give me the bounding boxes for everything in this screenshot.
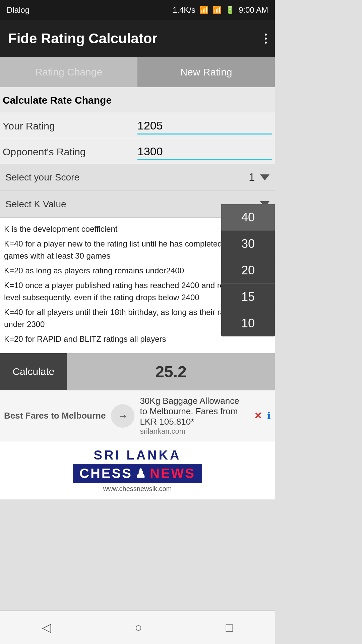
k-option-30[interactable]: 30 xyxy=(221,231,275,257)
nav-recent-button[interactable]: □ xyxy=(226,621,233,635)
ad-info-button[interactable]: ℹ xyxy=(267,410,271,421)
ad-text: 30Kg Baggage Allowance to Melbourne. Far… xyxy=(140,396,249,436)
tab-new-rating[interactable]: New Rating xyxy=(137,57,275,87)
opponent-rating-input-wrap xyxy=(137,145,272,160)
chess-news-title: SRI LANKA xyxy=(94,448,181,463)
time: 9:00 AM xyxy=(239,5,268,15)
score-select[interactable]: 1 xyxy=(249,171,269,183)
wifi-icon: 📶 xyxy=(199,6,208,14)
ad-title: Best Fares to Melbourne xyxy=(4,411,106,421)
your-rating-input-wrap xyxy=(137,119,272,135)
calculate-bar: Calculate 25.2 xyxy=(0,353,275,390)
chess-news-banner: SRI LANKA CHESS ♟ NEWS www.chessnewslk.c… xyxy=(0,441,275,499)
k-option-15[interactable]: 15 xyxy=(221,284,275,310)
k-dropdown-popup[interactable]: 40 30 20 15 10 xyxy=(221,204,275,336)
app-header: Fide Rating Calculator xyxy=(0,20,275,57)
k-option-40[interactable]: 40 xyxy=(221,204,275,231)
main-content: Calculate Rate Change Your Rating Oppone… xyxy=(0,87,275,499)
ad-source: srilankan.com xyxy=(140,427,249,436)
nav-back-button[interactable]: ◁ xyxy=(42,621,51,635)
score-value: 1 xyxy=(249,171,255,183)
tab-bar: Rating Change New Rating xyxy=(0,57,275,87)
app-name-status: Dialog xyxy=(7,5,29,15)
chess-king-icon: ♟ xyxy=(135,467,147,481)
opponent-rating-input[interactable] xyxy=(137,145,272,160)
chess-news-subtitle: CHESS ♟ NEWS xyxy=(73,464,202,483)
ad-arrow-icon[interactable]: → xyxy=(111,404,134,428)
score-dropdown-arrow[interactable] xyxy=(260,174,269,180)
ad-banner: Best Fares to Melbourne → 30Kg Baggage A… xyxy=(0,390,275,441)
ad-close-button[interactable]: ✕ xyxy=(254,410,262,421)
opponent-rating-row: Opponent's Rating xyxy=(0,138,275,164)
kvalue-section: Select K Value K is the development coef… xyxy=(0,191,275,353)
status-icons: 1.4K/s 📶 📶 🔋 9:00 AM xyxy=(173,5,268,15)
nav-home-button[interactable]: ○ xyxy=(135,621,142,635)
opponent-rating-label: Opponent's Rating xyxy=(3,146,137,160)
section-title: Calculate Rate Change xyxy=(0,87,275,112)
more-vert-icon[interactable] xyxy=(265,34,267,44)
app-title: Fide Rating Calculator xyxy=(8,31,158,47)
description-area: K is the development coefficient K=40 fo… xyxy=(0,218,275,353)
k-option-10[interactable]: 10 xyxy=(221,310,275,336)
your-rating-label: Your Rating xyxy=(3,120,137,135)
battery-icon: 🔋 xyxy=(226,6,235,14)
signal-icon: 📶 xyxy=(213,6,222,14)
chess-news-url: www.chessnewslk.com xyxy=(103,485,172,493)
chess-news-subtitle-news: NEWS xyxy=(150,466,195,481)
your-rating-input[interactable] xyxy=(137,119,272,135)
ad-body: 30Kg Baggage Allowance to Melbourne. Far… xyxy=(140,396,249,427)
tab-rating-change[interactable]: Rating Change xyxy=(0,57,137,87)
your-rating-row: Your Rating xyxy=(0,112,275,138)
calculate-button[interactable]: Calculate xyxy=(0,353,67,390)
score-label: Select your Score xyxy=(3,172,249,183)
status-bar: Dialog 1.4K/s 📶 📶 🔋 9:00 AM xyxy=(0,0,275,20)
calculate-result: 25.2 xyxy=(67,363,275,381)
score-row: Select your Score 1 xyxy=(0,164,275,191)
chess-news-subtitle-chess: CHESS xyxy=(79,466,132,481)
nav-bar: ◁ ○ □ xyxy=(0,610,275,644)
network-speed: 1.4K/s xyxy=(173,5,195,15)
k-option-20[interactable]: 20 xyxy=(221,257,275,284)
